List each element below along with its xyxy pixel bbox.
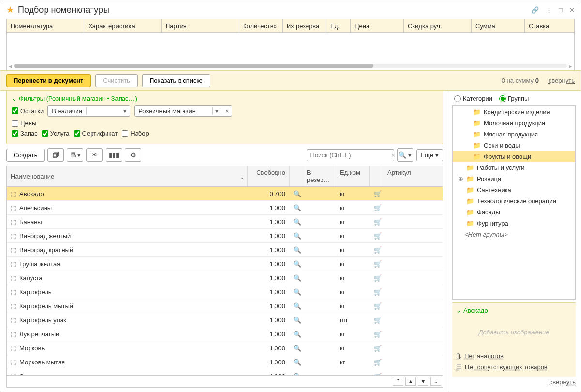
col-party[interactable]: Партия xyxy=(162,19,239,32)
related-link[interactable]: ☰Нет сопутствующих товаров xyxy=(456,362,572,373)
cart-icon[interactable]: 🛒 xyxy=(370,272,383,284)
categories-radio[interactable]: Категории xyxy=(454,95,492,102)
nabor-checkbox[interactable]: Набор xyxy=(122,130,149,137)
col-price[interactable]: Цена xyxy=(351,19,404,32)
cart-icon[interactable]: 🛒 xyxy=(370,329,383,340)
lookup-icon[interactable]: 🔍 xyxy=(290,258,303,270)
collapse-right-link[interactable]: свернуть xyxy=(452,377,576,388)
col-unit[interactable]: Ед. xyxy=(326,19,351,32)
table-row[interactable]: ⬚Капуста 1,000 🔍 кг 🛒 xyxy=(7,271,443,285)
col-qty[interactable]: Количество xyxy=(239,19,283,32)
detail-toggle[interactable]: ⌄Авокадо xyxy=(456,307,572,314)
col-discount[interactable]: Скидка руч. xyxy=(404,19,472,32)
lookup-icon[interactable]: 🔍 xyxy=(290,343,303,354)
tree-node[interactable]: 📁Молочная продукция xyxy=(453,118,575,129)
expand-icon[interactable]: ⊕ xyxy=(458,175,463,182)
tree-node[interactable]: 📁Фурнитура xyxy=(453,218,575,229)
lookup-icon[interactable]: 🔍 xyxy=(290,315,303,326)
stock-combo[interactable]: В наличии▾ xyxy=(47,105,130,117)
tree-node[interactable]: 📁Фасады xyxy=(453,207,575,218)
show-in-list-button[interactable]: Показать в списке xyxy=(142,74,210,87)
cart-icon[interactable]: 🛒 xyxy=(370,202,383,213)
tree-node[interactable]: 📁Кондитерские изделия xyxy=(453,106,575,118)
store-combo[interactable]: Розничный магазин▾× xyxy=(134,105,232,117)
table-row[interactable]: ⬚Морковь мытая 1,000 🔍 кг 🛒 xyxy=(7,355,443,369)
lookup-icon[interactable]: 🔍 xyxy=(290,216,303,227)
table-row[interactable]: ⬚Виноград желтый 1,000 🔍 кг 🛒 xyxy=(7,229,443,243)
cart-icon[interactable]: 🛒 xyxy=(370,230,383,241)
col-free[interactable]: Свободно xyxy=(248,166,290,186)
table-row[interactable]: ⬚Виноград красный 1,000 🔍 кг 🛒 xyxy=(7,243,443,257)
clear-icon[interactable]: × xyxy=(222,107,232,115)
collapse-link[interactable]: свернуть xyxy=(549,77,575,84)
col-rate[interactable]: Ставка xyxy=(525,19,574,32)
tree-node[interactable]: ⊕📁Розница xyxy=(453,173,575,184)
table-row[interactable]: ⬚Огурцы 1,000 🔍 кг 🛒 xyxy=(7,369,443,375)
groups-radio[interactable]: Группы xyxy=(499,95,529,102)
zapas-checkbox[interactable]: Запас xyxy=(12,130,38,137)
h-scrollbar[interactable]: ◂▸ xyxy=(7,63,574,69)
col-sum[interactable]: Сумма xyxy=(472,19,525,32)
table-row[interactable]: ⬚Груша желтая 1,000 🔍 кг 🛒 xyxy=(7,257,443,271)
nav-up[interactable]: ▲ xyxy=(405,377,416,386)
col-reserve[interactable]: Из резерва xyxy=(283,19,326,32)
close-icon[interactable]: ✕ xyxy=(569,6,575,14)
usluga-checkbox[interactable]: Услуга xyxy=(42,130,70,137)
lookup-icon[interactable]: 🔍 xyxy=(290,188,303,199)
lookup-icon[interactable]: 🔍 xyxy=(290,301,303,312)
col-char[interactable]: Характеристика xyxy=(84,19,162,32)
add-image-link[interactable]: Добавить изображение xyxy=(456,314,572,350)
table-row[interactable]: ⬚Бананы 1,000 🔍 кг 🛒 xyxy=(7,215,443,229)
tree-node[interactable]: 📁Работы и услуги xyxy=(453,162,575,173)
cart-icon[interactable]: 🛒 xyxy=(370,343,383,354)
tree-node[interactable]: 📁Технологические операции xyxy=(453,196,575,207)
cart-icon[interactable]: 🛒 xyxy=(370,244,383,256)
lookup-icon[interactable]: 🔍 xyxy=(290,286,303,298)
tree-node[interactable]: 📁Сантехника xyxy=(453,184,575,196)
tree-node[interactable]: 📁Соки и воды xyxy=(453,140,575,151)
table-row[interactable]: ⬚Картофель мытый 1,000 🔍 кг 🛒 xyxy=(7,299,443,313)
lookup-icon[interactable]: 🔍 xyxy=(290,230,303,241)
link-icon[interactable]: 🔗 xyxy=(531,6,539,14)
table-row[interactable]: ⬚Апельсины 1,000 🔍 кг 🛒 xyxy=(7,201,443,215)
table-row[interactable]: ⬚Лук репчатый 1,000 🔍 кг 🛒 xyxy=(7,327,443,341)
col-unit[interactable]: Ед.изм xyxy=(336,166,370,186)
cart-icon[interactable]: 🛒 xyxy=(370,315,383,326)
cart-icon[interactable]: 🛒 xyxy=(370,357,383,368)
col-nomen[interactable]: Номенклатура xyxy=(7,19,84,32)
print-icon[interactable]: 🖶 ▾ xyxy=(67,148,83,162)
cart-icon[interactable]: 🛒 xyxy=(370,258,383,270)
cart-icon[interactable]: 🛒 xyxy=(370,301,383,312)
chevron-down-icon[interactable]: ▾ xyxy=(86,107,130,115)
col-art[interactable]: Артикул xyxy=(383,166,422,186)
cart-icon[interactable]: 🛒 xyxy=(370,286,383,298)
prices-checkbox[interactable]: Цены xyxy=(12,120,36,127)
chevron-down-icon[interactable]: ▾ xyxy=(212,107,222,115)
create-button[interactable]: Создать xyxy=(6,149,45,162)
gear-icon[interactable]: ⚙ xyxy=(125,148,141,162)
lookup-icon[interactable]: 🔍 xyxy=(290,272,303,284)
cart-icon[interactable]: 🛒 xyxy=(370,371,383,376)
barcode-icon[interactable]: ▮▮▮ xyxy=(106,148,122,162)
nav-last[interactable]: ⤓ xyxy=(430,377,441,386)
table-row[interactable]: ⬚Авокадо 0,700 🔍 кг 🛒 xyxy=(7,187,443,201)
lookup-icon[interactable]: 🔍 xyxy=(290,357,303,368)
col-name[interactable]: Наименование↓ xyxy=(7,166,248,186)
copy-icon[interactable]: 🗐 xyxy=(47,148,64,162)
clear-icon[interactable]: × xyxy=(392,151,396,159)
preview-icon[interactable]: 👁 xyxy=(86,148,103,162)
tree-node[interactable]: 📁Фрукты и овощи xyxy=(453,151,575,162)
cart-icon[interactable]: 🛒 xyxy=(370,216,383,227)
tree-node-nogroup[interactable]: <Нет группы> xyxy=(453,229,575,240)
table-row[interactable]: ⬚Морковь 1,000 🔍 кг 🛒 xyxy=(7,341,443,355)
table-row[interactable]: ⬚Картофель упак 1,000 🔍 шт 🛒 xyxy=(7,313,443,327)
lookup-icon[interactable]: 🔍 xyxy=(290,329,303,340)
more-button[interactable]: Еще▾ xyxy=(416,149,443,161)
kebab-icon[interactable]: ⋮ xyxy=(546,6,552,14)
nav-down[interactable]: ▼ xyxy=(418,377,428,386)
lookup-icon[interactable]: 🔍 xyxy=(290,202,303,213)
tree-node[interactable]: 📁Мясная продукция xyxy=(453,129,575,140)
search-input[interactable]: × xyxy=(307,149,394,161)
lookup-icon[interactable]: 🔍 xyxy=(290,244,303,256)
col-reserve[interactable]: В резер… xyxy=(303,166,336,186)
